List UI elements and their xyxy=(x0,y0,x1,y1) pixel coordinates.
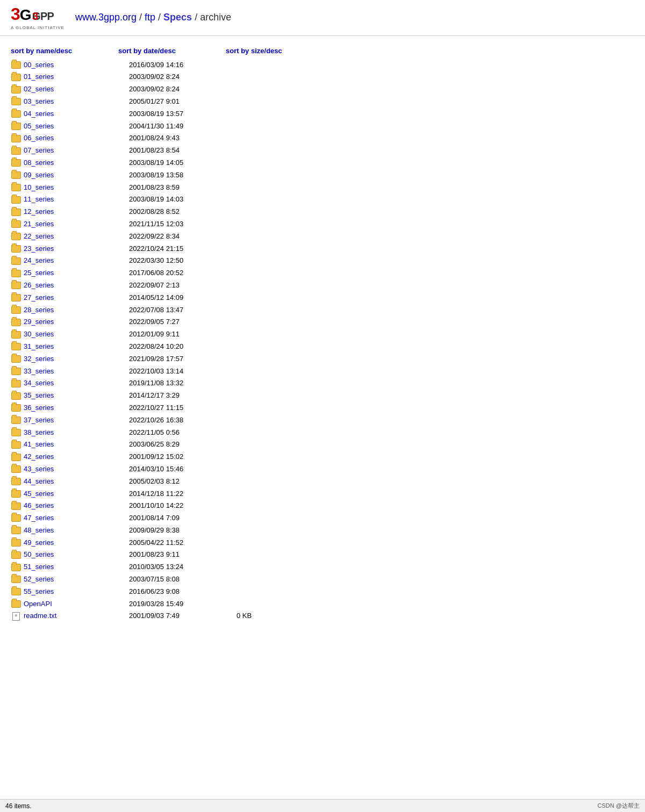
folder-icon xyxy=(11,465,22,473)
folder-icon xyxy=(11,293,22,302)
file-name-link[interactable]: 12_series xyxy=(24,206,129,218)
file-name-link[interactable]: 43_series xyxy=(24,464,129,475)
folder-icon xyxy=(11,269,22,278)
list-item: 27_series2014/05/12 14:09 xyxy=(11,292,634,304)
folder-icon xyxy=(11,575,22,584)
file-name-link[interactable]: 51_series xyxy=(24,562,129,573)
file-date: 2022/10/27 11:15 xyxy=(129,403,236,414)
file-date: 2010/03/05 13:24 xyxy=(129,562,236,573)
list-item: 45_series2014/12/18 11:22 xyxy=(11,488,634,500)
file-name-link[interactable]: 42_series xyxy=(24,451,129,463)
file-name-link[interactable]: 31_series xyxy=(24,341,129,353)
file-name-link[interactable]: 24_series xyxy=(24,255,129,267)
file-name-link[interactable]: 25_series xyxy=(24,268,129,279)
file-name-link[interactable]: 09_series xyxy=(24,170,129,181)
sort-by-size[interactable]: sort by size/desc xyxy=(226,47,306,55)
list-item: 37_series2022/10/26 16:38 xyxy=(11,414,634,427)
folder-icon xyxy=(11,159,22,167)
file-name-link[interactable]: 47_series xyxy=(24,513,129,524)
file-date: 2014/05/12 14:09 xyxy=(129,292,236,304)
file-name-link[interactable]: 41_series xyxy=(24,439,129,450)
folder-icon xyxy=(11,134,22,143)
file-name-link[interactable]: 00_series xyxy=(24,60,129,71)
sort-header: sort by name/desc sort by date/desc sort… xyxy=(11,47,634,55)
file-name-link[interactable]: 48_series xyxy=(24,525,129,536)
breadcrumb-sep2: / xyxy=(158,12,163,23)
file-name-link[interactable]: 08_series xyxy=(24,157,129,169)
file-date: 2022/10/03 13:14 xyxy=(129,366,236,377)
list-item: 23_series2022/10/24 21:15 xyxy=(11,243,634,255)
list-item: 32_series2021/09/28 17:57 xyxy=(11,353,634,365)
file-name-link[interactable]: 07_series xyxy=(24,145,129,156)
folder-icon xyxy=(11,441,22,449)
list-item: 00_series2016/03/09 14:16 xyxy=(11,59,634,71)
logo-area: 3G GPP 3 A GLOBAL INITIATIVE xyxy=(11,5,64,30)
folder-icon xyxy=(11,587,22,596)
file-date: 2001/08/23 9:11 xyxy=(129,549,236,561)
file-name-link[interactable]: 22_series xyxy=(24,231,129,242)
file-name-link[interactable]: 34_series xyxy=(24,378,129,389)
file-date: 2017/06/08 20:52 xyxy=(129,268,236,279)
file-name-link[interactable]: 37_series xyxy=(24,415,129,426)
file-date: 2003/09/02 8:24 xyxy=(129,71,236,83)
file-name-link[interactable]: 05_series xyxy=(24,121,129,132)
file-name-link[interactable]: 46_series xyxy=(24,500,129,512)
list-item: 07_series2001/08/23 8:54 xyxy=(11,145,634,157)
list-item: 29_series2022/09/05 7:27 xyxy=(11,316,634,328)
file-name-link[interactable]: 50_series xyxy=(24,549,129,561)
folder-icon xyxy=(11,490,22,498)
file-name-link[interactable]: 35_series xyxy=(24,390,129,401)
file-name-link[interactable]: 32_series xyxy=(24,354,129,365)
file-name-link[interactable]: 49_series xyxy=(24,537,129,549)
file-name-link[interactable]: 03_series xyxy=(24,96,129,107)
file-date: 2003/08/19 14:03 xyxy=(129,194,236,205)
list-item: 08_series2003/08/19 14:05 xyxy=(11,157,634,169)
file-name-link[interactable]: 29_series xyxy=(24,317,129,328)
file-name-link[interactable]: OpenAPI xyxy=(24,599,129,610)
file-name-link[interactable]: 21_series xyxy=(24,219,129,230)
file-name-link[interactable]: 55_series xyxy=(24,586,129,598)
list-item: 22_series2022/09/22 8:34 xyxy=(11,231,634,243)
file-date: 2022/07/08 13:47 xyxy=(129,305,236,316)
list-item: 49_series2005/04/22 11:52 xyxy=(11,537,634,549)
file-name-link[interactable]: 27_series xyxy=(24,292,129,304)
file-date: 2005/01/27 9:01 xyxy=(129,96,236,107)
file-date: 2001/09/12 15:02 xyxy=(129,451,236,463)
list-item: 34_series2019/11/08 13:32 xyxy=(11,377,634,390)
file-name-link[interactable]: 52_series xyxy=(24,574,129,585)
breadcrumb-specs[interactable]: Specs xyxy=(163,12,192,23)
list-item: 06_series2001/08/24 9:43 xyxy=(11,132,634,145)
file-date: 2012/01/09 9:11 xyxy=(129,329,236,340)
sort-by-date[interactable]: sort by date/desc xyxy=(118,47,226,55)
list-item: 50_series2001/08/23 9:11 xyxy=(11,549,634,561)
file-name-link[interactable]: 10_series xyxy=(24,182,129,193)
file-name-link[interactable]: 04_series xyxy=(24,109,129,120)
file-date: 2022/11/05 0:56 xyxy=(129,427,236,439)
file-name-link[interactable]: readme.txt xyxy=(24,610,129,622)
list-item: 51_series2010/03/05 13:24 xyxy=(11,561,634,573)
file-name-link[interactable]: 30_series xyxy=(24,329,129,340)
file-name-link[interactable]: 02_series xyxy=(24,84,129,95)
list-item: 47_series2001/08/14 7:09 xyxy=(11,512,634,524)
sort-by-name[interactable]: sort by name/desc xyxy=(11,47,118,55)
folder-icon xyxy=(11,502,22,511)
breadcrumb-site[interactable]: www.3gpp.org xyxy=(75,12,137,23)
file-name-link[interactable]: 26_series xyxy=(24,280,129,291)
file-name-link[interactable]: 28_series xyxy=(24,305,129,316)
file-name-link[interactable]: 36_series xyxy=(24,403,129,414)
breadcrumb-sep1: / xyxy=(139,12,145,23)
file-name-link[interactable]: 06_series xyxy=(24,133,129,144)
folder-icon xyxy=(11,281,22,290)
file-date: 2003/08/19 13:58 xyxy=(129,170,236,181)
list-item: 05_series2004/11/30 11:49 xyxy=(11,120,634,133)
file-name-link[interactable]: 23_series xyxy=(24,243,129,255)
breadcrumb-ftp[interactable]: ftp xyxy=(145,12,155,23)
file-name-link[interactable]: 44_series xyxy=(24,476,129,487)
folder-icon xyxy=(11,392,22,400)
file-name-link[interactable]: 33_series xyxy=(24,366,129,377)
folder-icon xyxy=(11,318,22,327)
file-name-link[interactable]: 11_series xyxy=(24,194,129,205)
file-name-link[interactable]: 01_series xyxy=(24,71,129,83)
file-name-link[interactable]: 38_series xyxy=(24,427,129,439)
file-name-link[interactable]: 45_series xyxy=(24,488,129,500)
